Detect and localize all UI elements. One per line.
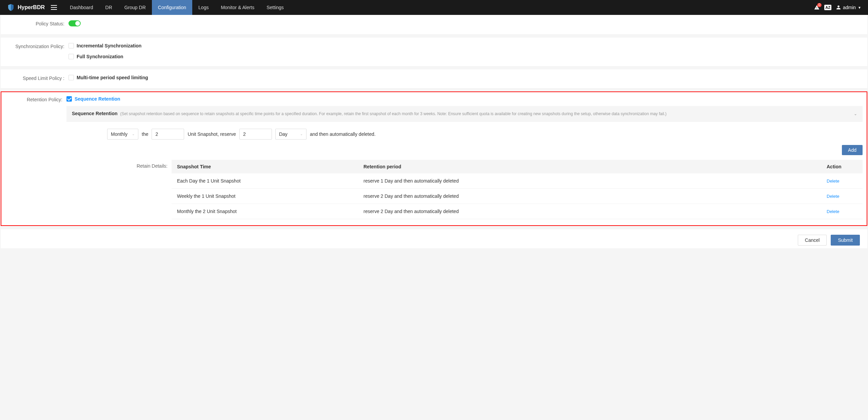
logo-shield-icon — [7, 3, 15, 12]
add-button[interactable]: Add — [842, 145, 863, 155]
checkbox-label: Incremental Synchronization — [77, 43, 141, 48]
nav-settings[interactable]: Settings — [260, 0, 290, 15]
hamburger-icon[interactable] — [51, 5, 57, 10]
logo-text: HyperBDR — [18, 4, 45, 10]
cell-retention-period: reserve 1 Day and then automatically del… — [363, 178, 827, 184]
footer-actions: Cancel Submit — [1, 229, 867, 248]
app-header: HyperBDR Dashboard DR Group DR Configura… — [0, 0, 868, 15]
text-tail: and then automatically deleted. — [310, 131, 376, 137]
reserve-value-input[interactable]: 2 — [239, 129, 272, 140]
table-row: Each Day the 1 Unit Snapshot reserve 1 D… — [172, 173, 863, 189]
col-action: Action — [827, 164, 857, 169]
checkbox-label: Multi-time period speed limiting — [77, 75, 148, 80]
user-name: admin — [843, 5, 856, 10]
table-header: Snapshot Time Retention period Action — [172, 160, 863, 173]
notification-icon[interactable]: 0 — [814, 5, 820, 10]
info-title: Sequence Retention — [72, 111, 118, 116]
info-description: (Set snapshot retention based on sequenc… — [120, 111, 666, 116]
delete-link[interactable]: Delete — [827, 178, 840, 184]
period-select[interactable]: Monthly ⌄ — [107, 129, 138, 140]
nav-logs[interactable]: Logs — [192, 0, 215, 15]
policy-status-label: Policy Status: — [7, 20, 68, 26]
language-icon[interactable]: AZ — [824, 5, 831, 10]
incremental-sync-checkbox[interactable]: Incremental Synchronization — [68, 43, 861, 48]
checkbox-icon — [68, 54, 74, 59]
input-value: 2 — [155, 131, 158, 137]
retain-details-table: Snapshot Time Retention period Action Ea… — [172, 160, 863, 219]
notification-badge: 0 — [817, 3, 822, 7]
header-right: 0 AZ admin ▼ — [814, 5, 861, 10]
cell-snapshot-time: Each Day the 1 Unit Snapshot — [177, 178, 363, 184]
table-row: Monthly the 2 Unit Snapshot reserve 2 Da… — [172, 204, 863, 219]
user-icon — [836, 5, 841, 10]
sequence-retention-checkbox[interactable]: Sequence Retention — [66, 96, 120, 102]
policy-status-toggle[interactable] — [68, 20, 81, 26]
retention-policy-label: Retention Policy: — [5, 96, 66, 102]
nav-monitor-alerts[interactable]: Monitor & Alerts — [215, 0, 260, 15]
speed-limit-panel: Speed Limit Policy : Multi-time period s… — [1, 69, 867, 88]
col-retention-period: Retention period — [363, 164, 827, 169]
collapse-chevron-icon[interactable]: ⌄ — [854, 111, 857, 116]
cancel-button[interactable]: Cancel — [798, 235, 827, 246]
checkbox-icon — [68, 75, 74, 80]
cell-retention-period: reserve 2 Day and then automatically del… — [363, 193, 827, 199]
chevron-down-icon: ▼ — [858, 6, 861, 9]
policy-status-panel: Policy Status: — [1, 15, 867, 34]
col-snapshot-time: Snapshot Time — [177, 164, 363, 169]
checkbox-icon — [66, 96, 72, 102]
user-menu[interactable]: admin ▼ — [836, 5, 861, 10]
nav-group-dr[interactable]: Group DR — [118, 0, 152, 15]
retention-policy-panel: Retention Policy: Sequence Retention Seq… — [1, 91, 867, 226]
chevron-down-icon: ⌄ — [300, 132, 303, 136]
select-value: Day — [279, 131, 288, 137]
multi-time-speed-checkbox[interactable]: Multi-time period speed limiting — [68, 75, 148, 80]
cell-snapshot-time: Weekly the 1 Unit Snapshot — [177, 193, 363, 199]
sync-policy-panel: Synchronization Policy: Incremental Sync… — [1, 38, 867, 66]
checkbox-label: Sequence Retention — [75, 96, 120, 102]
checkbox-icon — [68, 43, 74, 48]
checkbox-label: Full Synchronization — [77, 54, 123, 59]
delete-link[interactable]: Delete — [827, 209, 840, 214]
retain-details-label: Retain Details: — [66, 160, 172, 169]
cell-retention-period: reserve 2 Day and then automatically del… — [363, 209, 827, 214]
nav-configuration[interactable]: Configuration — [152, 0, 192, 15]
top-nav: Dashboard DR Group DR Configuration Logs… — [64, 0, 290, 15]
cell-snapshot-time: Monthly the 2 Unit Snapshot — [177, 209, 363, 214]
speed-limit-label: Speed Limit Policy : — [7, 75, 68, 81]
table-row: Weekly the 1 Unit Snapshot reserve 2 Day… — [172, 189, 863, 204]
chevron-down-icon: ⌄ — [132, 132, 135, 136]
sync-policy-label: Synchronization Policy: — [7, 43, 68, 49]
delete-link[interactable]: Delete — [827, 194, 840, 199]
the-value-input[interactable]: 2 — [152, 129, 184, 140]
logo: HyperBDR — [7, 3, 45, 12]
text-unit-snapshot: Unit Snapshot, reserve — [188, 131, 236, 137]
retention-info-box: Sequence Retention (Set snapshot retenti… — [66, 106, 863, 122]
select-value: Monthly — [111, 131, 127, 137]
input-value: 2 — [243, 131, 246, 137]
nav-dashboard[interactable]: Dashboard — [64, 0, 99, 15]
nav-dr[interactable]: DR — [99, 0, 118, 15]
reserve-unit-select[interactable]: Day ⌄ — [275, 129, 307, 140]
retain-details-section: Retain Details: Snapshot Time Retention … — [66, 160, 863, 219]
submit-button[interactable]: Submit — [831, 235, 860, 246]
full-sync-checkbox[interactable]: Full Synchronization — [68, 54, 861, 59]
text-the: the — [142, 131, 148, 137]
retention-config-row: Monthly ⌄ the 2 Unit Snapshot, reserve 2… — [66, 122, 863, 143]
